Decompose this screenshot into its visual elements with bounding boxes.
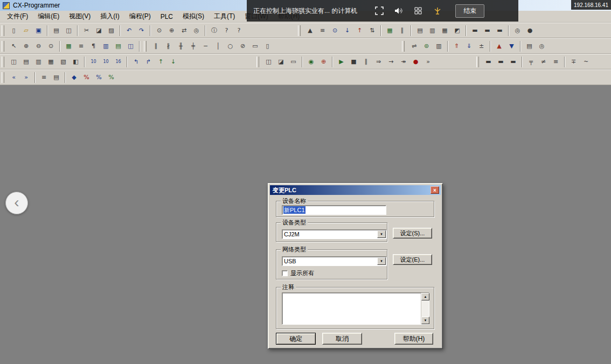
memory-view-button[interactable]: ▦ [439, 25, 451, 37]
scroll-down-icon[interactable]: ▼ [421, 317, 429, 324]
keyboard-mapping-button[interactable]: ▬ [469, 25, 481, 37]
cascade-windows-button[interactable]: ◫ [8, 56, 20, 68]
menu-item[interactable]: 编辑(E) [33, 10, 64, 23]
pause-monitor-button[interactable]: ∥ [396, 25, 408, 37]
menu-item[interactable]: 插入(I) [95, 10, 124, 23]
menu-item[interactable]: PLC [156, 11, 178, 22]
instruction-button[interactable]: ▭ [249, 40, 261, 52]
navigate-down-button[interactable]: ↓ [167, 56, 179, 68]
sim-debug-button[interactable]: ▭ [287, 56, 300, 68]
chevron-down-icon[interactable]: ▼ [377, 257, 386, 265]
indent-left-button[interactable]: « [8, 72, 20, 83]
undo-button[interactable]: ↶ [123, 25, 135, 37]
simulator-online-button[interactable]: ◉ [305, 56, 317, 68]
forced-status-button[interactable]: ▬ [495, 56, 507, 68]
force-off-button[interactable]: ⇓ [463, 40, 475, 52]
differential-up-button[interactable]: ▲ [493, 40, 505, 52]
go-forward-button[interactable]: ↱ [142, 56, 155, 68]
data-trace-toggle-button[interactable]: ~ [580, 56, 592, 68]
or-contact-closed-button[interactable]: ╪ [187, 40, 199, 52]
menu-item[interactable]: 文件(F) [2, 10, 33, 23]
menu-item[interactable]: 视图(V) [64, 10, 95, 23]
comment-scrollbar[interactable]: ▲ ▼ [421, 293, 429, 324]
online-edit-begin-button[interactable]: ╤ [525, 56, 537, 68]
plc-settings-button[interactable]: ▥ [426, 25, 439, 37]
sim-ladder-button[interactable]: ◫ [262, 56, 275, 68]
close-icon[interactable]: × [431, 186, 439, 194]
paste-button[interactable]: ▨ [105, 25, 117, 37]
mnemonic-view-button[interactable]: ▤ [112, 40, 124, 52]
compile-all-button[interactable]: ≡ [316, 25, 329, 37]
compare-with-plc-button[interactable]: ⇅ [366, 25, 378, 37]
workspace-toggle-button[interactable]: ◧ [70, 56, 82, 68]
function-block-button[interactable]: ▯ [261, 40, 274, 52]
go-back-button[interactable]: ↰ [130, 56, 142, 68]
cut-button[interactable]: ✂ [80, 25, 93, 37]
dialog-title-bar[interactable]: 变更PLC × [270, 185, 441, 195]
sim-breakpoint-button[interactable]: ● [409, 56, 422, 68]
watch-window-toggle-button[interactable]: ▧ [57, 56, 70, 68]
run-monitor-button[interactable]: ▦ [384, 25, 396, 37]
device-type-settings-button[interactable]: 设定(S)... [393, 228, 432, 239]
sim-step-in-button[interactable]: → [385, 56, 397, 68]
io-table-button[interactable]: ▤ [414, 25, 426, 37]
scroll-up-icon[interactable]: ▲ [421, 293, 429, 300]
speaker-icon[interactable] [394, 6, 404, 16]
indent-right-button[interactable]: » [20, 72, 32, 83]
sim-stop-button[interactable]: ■ [348, 56, 360, 68]
monitor-percent-blue-button[interactable]: % [93, 72, 105, 83]
online-edit-send-button[interactable]: ≠ [537, 56, 550, 68]
print-button[interactable]: ▤ [50, 25, 63, 37]
redo-button[interactable]: ↷ [135, 25, 148, 37]
monitor-percent-green-button[interactable]: % [105, 72, 117, 83]
coil-button[interactable]: ○ [224, 40, 237, 52]
data-trace-button[interactable]: ◩ [451, 25, 463, 37]
cancel-button[interactable]: 取消 [322, 333, 362, 345]
menu-item[interactable]: 工具(T) [209, 10, 240, 23]
address-reference-button[interactable]: ● [524, 25, 536, 37]
monitor-in-hex-button[interactable]: ▥ [100, 40, 112, 52]
sim-pause-button[interactable]: ∥ [360, 56, 372, 68]
help-button[interactable]: ? [220, 25, 233, 37]
print-preview-button[interactable]: ◫ [63, 25, 75, 37]
find-next-button[interactable]: ⊕ [165, 25, 178, 37]
watch-window-button[interactable]: ▤ [523, 40, 536, 52]
contact-closed-button[interactable]: ∦ [162, 40, 175, 52]
save-button[interactable]: ▣ [32, 25, 45, 37]
transfer-from-plc-button[interactable]: ↑ [353, 25, 366, 37]
io-comment-view-button[interactable]: ◫ [124, 40, 137, 52]
sim-step-button[interactable]: ⇒ [372, 56, 385, 68]
sim-io-button[interactable]: ◪ [275, 56, 287, 68]
transfer-to-plc-button[interactable]: ↓ [341, 25, 353, 37]
compile-button[interactable]: ▲ [304, 25, 316, 37]
io-comment-bar-button[interactable]: ▬ [494, 25, 506, 37]
or-contact-open-button[interactable]: ╫ [175, 40, 187, 52]
connection-icon[interactable] [433, 6, 442, 16]
rung-comment-button[interactable]: ≡ [75, 40, 87, 52]
chevron-down-icon[interactable]: ▼ [377, 230, 386, 238]
decimal-10-button[interactable]: 10 [87, 56, 100, 68]
sim-run-button[interactable]: ▶ [335, 56, 348, 68]
network-type-settings-button[interactable]: 设定(E)... [393, 254, 432, 265]
cross-ref-report-button[interactable]: ◎ [536, 40, 548, 52]
online-work-button[interactable]: ⇌ [408, 40, 420, 52]
network-type-select[interactable]: USB ▼ [282, 256, 387, 266]
menu-item[interactable]: 模拟(S) [178, 10, 209, 23]
fullscreen-icon[interactable] [374, 6, 384, 16]
open-file-button[interactable]: ▱ [20, 25, 32, 37]
sim-to-end-button[interactable]: » [422, 56, 434, 68]
differential-monitor-button[interactable]: ∓ [567, 56, 580, 68]
online-edit-release-button[interactable]: ≡ [550, 56, 562, 68]
grid-toggle-button[interactable]: ▦ [63, 40, 75, 52]
zoom-fit-button[interactable]: ⊙ [45, 40, 57, 52]
tile-vertical-button[interactable]: ▥ [32, 56, 45, 68]
closed-coil-button[interactable]: ⊘ [237, 40, 249, 52]
sim-scan-button[interactable]: ⊕ [317, 56, 330, 68]
navigate-up-button[interactable]: ↑ [155, 56, 167, 68]
menu-item[interactable]: 编程(P) [124, 10, 156, 23]
watch-update-button[interactable]: ◆ [68, 72, 80, 83]
rung-list-button[interactable]: ≡ [38, 72, 50, 83]
set-value-button[interactable]: ± [475, 40, 488, 52]
signed-10-button[interactable]: 10 [100, 56, 112, 68]
memory-card-button[interactable]: ▬ [482, 56, 495, 68]
